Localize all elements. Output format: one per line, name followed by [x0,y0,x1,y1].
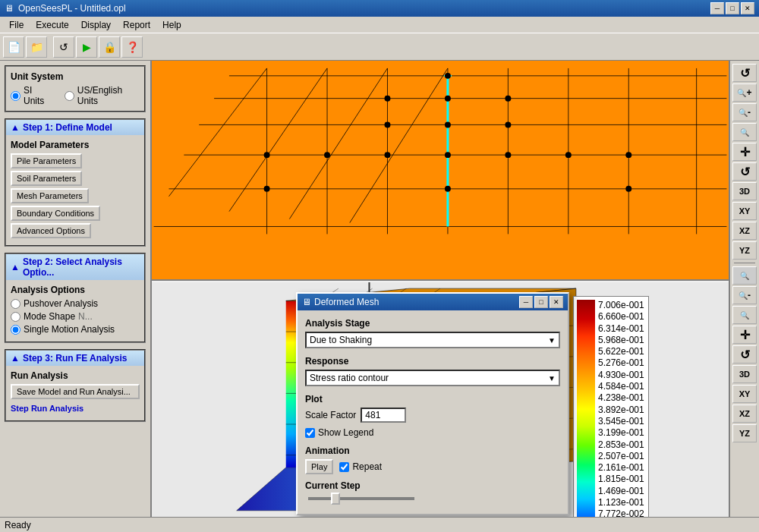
menu-display[interactable]: Display [75,18,117,32]
unit-row: SI Units US/English Units [11,85,140,106]
us-units-option[interactable]: US/English Units [65,85,140,106]
analysis-options-label: Analysis Options [11,285,140,295]
step-slider[interactable] [308,497,414,500]
open-button[interactable]: 📁 [26,36,47,58]
model-params-label: Model Parameters [11,140,140,150]
legend-value-12: 2.853e-001 [598,439,644,450]
right-toolbar: ↺ 🔍+ 🔍- 🔍 ✛ ↺ 3D XY XZ YZ 🔍 🔍- 🔍 ✛ ↺ 3D … [729,61,759,517]
unit-system-box: Unit System SI Units US/English Units [5,65,146,112]
new-button[interactable]: 📄 [3,36,24,58]
soil-parameters-button[interactable]: Soil Parameters [11,171,82,186]
zoom-out-button-bottom[interactable]: 🔍- [732,286,757,304]
svg-point-27 [385,152,391,158]
title-bar-controls: ─ □ ✕ [710,2,754,14]
mode-shape-option[interactable]: Mode Shape N... [11,311,140,322]
top-mesh-svg [152,61,729,279]
step2-collapse[interactable]: ▲ [11,262,20,272]
reset-button-top[interactable]: ↺ [732,162,757,181]
refresh-button[interactable]: ↺ [53,36,74,58]
help-button[interactable]: ❓ [121,36,143,58]
close-button[interactable]: ✕ [741,2,754,14]
svg-point-33 [264,186,270,192]
svg-point-32 [565,152,572,158]
svg-point-23 [445,186,451,192]
menu-report[interactable]: Report [117,18,156,32]
dialog-minimize[interactable]: ─ [519,296,533,308]
zoom-out-button-top[interactable]: 🔍- [732,103,757,121]
play-button[interactable]: Play [305,459,333,474]
step1-section: ▲ Step 1: Define Model Model Parameters … [5,118,146,247]
reset-button-bottom[interactable]: ↺ [732,345,757,364]
pan-button-top[interactable]: ✛ [732,143,757,161]
pushover-radio[interactable] [11,299,20,309]
legend-value-5: 5.276e-001 [598,357,644,368]
view-yz-top[interactable]: YZ [732,241,757,260]
model-params-buttons: Pile Parameters Soil Parameters Mesh Par… [11,153,140,203]
svg-line-17 [350,68,448,223]
response-combo[interactable]: Stress ratio contour ▼ [305,370,560,386]
us-units-radio[interactable] [65,91,74,101]
step3-collapse[interactable]: ▲ [11,353,20,364]
boundary-conditions-button[interactable]: Boundary Conditions [11,206,100,221]
view-xy-bottom[interactable]: XY [732,385,757,403]
app-title: OpenSeesPL - Untitled.opl [18,3,126,14]
maximize-button[interactable]: □ [726,2,739,14]
dialog-maximize[interactable]: □ [534,296,548,308]
zoom-fit-button-bottom[interactable]: 🔍 [732,306,757,324]
mesh-parameters-button[interactable]: Mesh Parameters [11,188,89,203]
analysis-stage-label: Analysis Stage [305,318,560,329]
zoom-in-button-bottom[interactable]: 🔍 [732,266,757,285]
deformed-mesh-dialog: 🖥 Deformed Mesh ─ □ ✕ Analysis Stage Due… [296,292,569,515]
view-xz-bottom[interactable]: XZ [732,405,757,423]
svg-point-34 [625,186,631,192]
show-legend-checkbox[interactable] [305,428,315,438]
legend-value-1: 6.660e-001 [598,311,644,322]
view-xz-top[interactable]: XZ [732,222,757,240]
dialog-close[interactable]: ✕ [550,296,563,308]
view-3d-bottom[interactable]: 3D [732,365,757,383]
plot-group: Plot Scale Factor Show Legend [305,394,560,438]
menu-help[interactable]: Help [156,18,187,32]
zoom-fit-button-top[interactable]: 🔍 [732,123,757,141]
mode-shape-label: Mode Shape [24,311,75,322]
scale-factor-input[interactable] [361,408,406,423]
pile-parameters-button[interactable]: Pile Parameters [11,153,82,168]
view-3d-top[interactable]: 3D [732,182,757,200]
legend-value-18: 7.772e-002 [598,508,644,517]
menu-execute[interactable]: Execute [30,18,74,32]
advanced-options-button[interactable]: Advanced Options [11,223,91,238]
view-xy-top[interactable]: XY [732,202,757,220]
step1-collapse[interactable]: ▲ [11,122,20,133]
mode-shape-radio[interactable] [11,312,20,322]
si-units-option[interactable]: SI Units [11,85,52,106]
legend-labels: 7.006e-001 6.660e-001 6.314e-001 5.968e-… [598,300,644,517]
single-motion-radio[interactable] [11,325,20,335]
rotate-button-top[interactable]: ↺ [732,64,757,82]
zoom-in-button-top[interactable]: 🔍+ [732,83,757,102]
run-button[interactable]: ▶ [76,36,97,58]
model-params-buttons2: Boundary Conditions Advanced Options [11,206,140,238]
toolbar-separator [734,263,755,263]
slider-thumb[interactable] [331,493,340,505]
save-run-button[interactable]: Save Model and Run Analysi... [11,384,140,399]
legend-value-4: 5.622e-001 [598,346,644,357]
minimize-button[interactable]: ─ [710,2,724,14]
svg-point-35 [264,152,270,158]
svg-point-26 [505,121,511,127]
si-units-radio[interactable] [11,91,20,101]
menu-file[interactable]: File [3,18,30,32]
legend-value-0: 7.006e-001 [598,300,644,310]
single-motion-option[interactable]: Single Motion Analysis [11,324,140,335]
legend-value-11: 3.199e-001 [598,427,644,438]
unit-system-title: Unit System [11,71,140,82]
response-group: Response Stress ratio contour ▼ [305,356,560,386]
step1-header: ▲ Step 1: Define Model [6,120,144,135]
si-units-label: SI Units [24,85,52,106]
view-yz-bottom[interactable]: YZ [732,424,757,442]
analysis-stage-combo[interactable]: Due to Shaking ▼ [305,332,560,348]
menu-bar: File Execute Display Report Help [0,17,759,33]
repeat-checkbox[interactable] [339,462,349,472]
lock-button[interactable]: 🔒 [99,36,120,58]
pan-button-bottom[interactable]: ✛ [732,326,757,344]
pushover-option[interactable]: Pushover Analysis [11,298,140,309]
